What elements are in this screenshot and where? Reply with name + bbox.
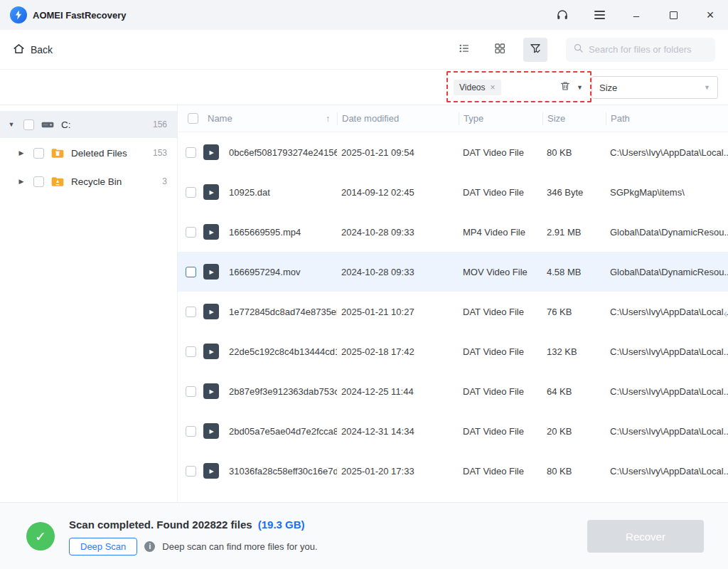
table-row[interactable]: ▶ 2b87e9f3e912363dab753c... 2024-12-25 1… bbox=[178, 371, 728, 411]
table-row[interactable]: ▶ 0bc6ef5081793274e24156... 2025-01-21 0… bbox=[178, 132, 728, 172]
table-row[interactable]: ▶ 22de5c192c8c4b13444cd1... 2025-02-18 1… bbox=[178, 331, 728, 371]
select-all-cell bbox=[178, 112, 203, 125]
video-thumbnail-icon: ▶ bbox=[203, 264, 219, 280]
close-button[interactable]: × bbox=[702, 7, 718, 23]
video-thumbnail-icon: ▶ bbox=[203, 144, 219, 160]
file-path: C:\Users\Ivy\AppData\Local... bbox=[606, 307, 728, 317]
caret-down-icon[interactable]: ▼ bbox=[6, 121, 17, 128]
sidebar-item-label: Deleted Files bbox=[71, 148, 153, 159]
column-header-size[interactable]: Size bbox=[542, 112, 606, 125]
filter-button[interactable] bbox=[523, 38, 547, 62]
file-name: 1665669595.mp4 bbox=[225, 227, 337, 238]
column-header-path[interactable]: Path bbox=[606, 112, 728, 125]
deleted-files-checkbox[interactable] bbox=[33, 148, 44, 159]
recycle-bin-checkbox[interactable] bbox=[33, 176, 44, 187]
collapse-panel-icon[interactable]: ‹ bbox=[724, 308, 727, 319]
file-name: 1666957294.mov bbox=[225, 267, 337, 277]
file-size: 132 KB bbox=[542, 346, 606, 357]
row-checkbox[interactable] bbox=[186, 426, 196, 437]
file-path: Global\Data\DynamicResou... bbox=[606, 227, 728, 238]
play-icon: ▶ bbox=[209, 309, 213, 315]
file-type: DAT Video File bbox=[459, 426, 542, 437]
app-title: AOMEI FastRecovery bbox=[33, 10, 127, 21]
filter-dropdown-caret-icon[interactable]: ▼ bbox=[577, 84, 584, 91]
maximize-button[interactable] bbox=[665, 7, 681, 23]
file-path: C:\Users\Ivy\AppData\Local... bbox=[606, 466, 728, 477]
table-row[interactable]: ▶ 2bd05a7e5ae04d7e2fcca8... 2024-12-31 1… bbox=[178, 411, 728, 451]
menu-icon[interactable] bbox=[592, 7, 607, 23]
row-checkbox[interactable] bbox=[186, 466, 196, 477]
file-type: DAT Video File bbox=[459, 346, 542, 357]
row-checkbox[interactable] bbox=[186, 307, 196, 317]
file-name: 31036fa28c58eff30c16e7d... bbox=[225, 466, 337, 477]
table-row[interactable]: ▶ 1665669595.mp4 2024-10-28 09:33 MP4 Vi… bbox=[178, 212, 728, 252]
minimize-button[interactable]: – bbox=[628, 7, 644, 23]
file-type: DAT Video File bbox=[459, 466, 542, 477]
remove-filter-icon[interactable]: × bbox=[490, 83, 495, 92]
file-name: 1e772845dc8ad74e8735eb... bbox=[225, 307, 337, 317]
table-row[interactable]: ▶ 1666957294.mov 2024-10-28 09:33 MOV Vi… bbox=[178, 252, 728, 292]
recover-button[interactable]: Recover bbox=[587, 520, 704, 553]
deleted-files-folder-icon bbox=[50, 146, 65, 160]
c-drive-checkbox[interactable] bbox=[23, 119, 34, 130]
table-row[interactable]: ▶ 31036fa28c58eff30c16e7d... 2025-01-20 … bbox=[178, 451, 728, 491]
file-path: C:\Users\Ivy\AppData\Local... bbox=[606, 346, 728, 357]
toolbar: Back bbox=[0, 30, 728, 70]
row-checkbox[interactable] bbox=[186, 147, 196, 158]
file-path: C:\Users\Ivy\AppData\Local... bbox=[606, 426, 728, 437]
sort-ascending-icon[interactable]: ↑ bbox=[326, 114, 330, 124]
row-checkbox[interactable] bbox=[186, 267, 196, 277]
content-area: ▼ C: 156 ▶ Deleted Files 153 ▶ bbox=[0, 105, 728, 502]
scan-summary-text: Scan completed. Found 202822 files bbox=[69, 519, 252, 531]
search-box bbox=[566, 38, 715, 62]
file-path: SGPkgMap\items\ bbox=[606, 187, 728, 198]
size-dropdown-value: Size bbox=[599, 83, 617, 93]
sidebar-item-recycle-bin[interactable]: ▶ Recycle Bin 3 bbox=[0, 168, 177, 195]
video-thumbnail-icon: ▶ bbox=[203, 383, 219, 399]
caret-right-icon[interactable]: ▶ bbox=[16, 178, 27, 185]
sidebar-item-c-drive[interactable]: ▼ C: 156 bbox=[0, 111, 177, 138]
sidebar-item-deleted-files[interactable]: ▶ Deleted Files 153 bbox=[0, 139, 177, 166]
video-thumbnail-icon: ▶ bbox=[203, 423, 219, 439]
file-date-modified: 2025-01-21 09:54 bbox=[337, 147, 459, 158]
file-date-modified: 2024-12-25 11:44 bbox=[337, 386, 459, 397]
file-date-modified: 2025-01-20 17:33 bbox=[337, 466, 459, 477]
column-header-type[interactable]: Type bbox=[459, 112, 542, 125]
table-row[interactable]: ▶ 1e772845dc8ad74e8735eb... 2025-01-21 1… bbox=[178, 292, 728, 331]
filter-chip-videos[interactable]: Videos × bbox=[454, 80, 501, 95]
select-all-checkbox[interactable] bbox=[188, 113, 198, 124]
file-date-modified: 2024-10-28 09:33 bbox=[337, 267, 459, 277]
video-thumbnail-icon: ▶ bbox=[203, 224, 219, 240]
file-type: DAT Video File bbox=[459, 386, 542, 397]
play-icon: ▶ bbox=[209, 388, 213, 395]
video-thumbnail-icon: ▶ bbox=[203, 304, 219, 319]
scan-summary: Scan completed. Found 202822 files (19.3… bbox=[69, 519, 305, 531]
file-path: C:\Users\Ivy\AppData\Local... bbox=[606, 147, 728, 158]
file-name: 2bd05a7e5ae04d7e2fcca8... bbox=[225, 426, 337, 437]
title-bar: AOMEI FastRecovery – × bbox=[0, 0, 728, 30]
file-date-modified: 2024-12-31 14:34 bbox=[337, 426, 459, 437]
list-view-button[interactable] bbox=[452, 38, 476, 62]
file-size: 80 KB bbox=[542, 147, 606, 158]
row-checkbox[interactable] bbox=[186, 187, 196, 198]
column-header-name[interactable]: Name ↑ bbox=[203, 112, 337, 125]
size-sort-dropdown[interactable]: Size ▼ bbox=[592, 76, 718, 99]
row-checkbox[interactable] bbox=[186, 386, 196, 397]
row-checkbox[interactable] bbox=[186, 227, 196, 238]
row-checkbox[interactable] bbox=[186, 346, 196, 357]
caret-right-icon[interactable]: ▶ bbox=[16, 149, 27, 156]
recycle-bin-folder-icon bbox=[50, 174, 65, 188]
back-button[interactable]: Back bbox=[13, 43, 53, 57]
search-input[interactable] bbox=[589, 44, 714, 55]
file-date-modified: 2025-02-18 17:42 bbox=[337, 346, 459, 357]
back-label: Back bbox=[31, 44, 53, 55]
search-icon bbox=[573, 43, 584, 56]
deep-scan-button[interactable]: Deep Scan bbox=[69, 538, 137, 555]
file-path: Global\Data\DynamicResou... bbox=[606, 267, 728, 277]
headset-icon[interactable] bbox=[555, 7, 570, 23]
clear-filters-button[interactable] bbox=[560, 80, 571, 95]
sidebar-item-label: Recycle Bin bbox=[71, 176, 162, 187]
column-header-date-modified[interactable]: Date modified bbox=[337, 112, 459, 125]
table-row[interactable]: ▶ 10925.dat 2014-09-12 02:45 DAT Video F… bbox=[178, 172, 728, 212]
grid-view-button[interactable] bbox=[488, 38, 512, 62]
